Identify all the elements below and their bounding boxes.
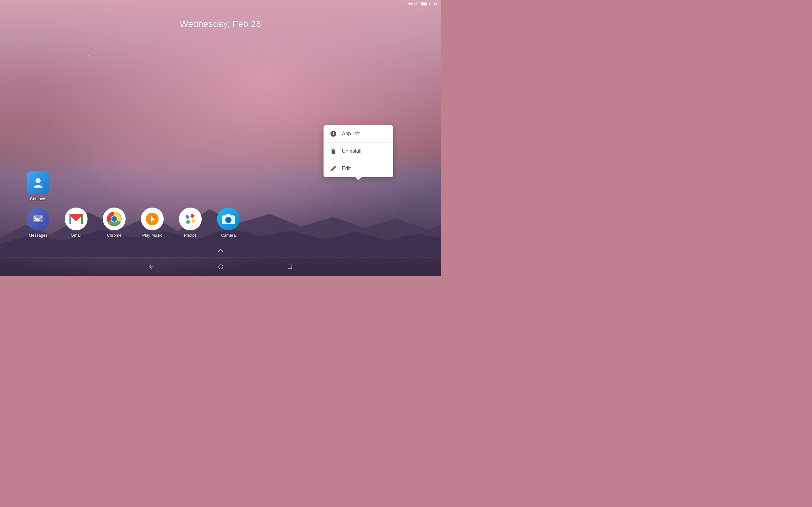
chrome-label: Chrome	[107, 233, 121, 238]
svg-point-27	[232, 216, 234, 218]
chrome-icon	[103, 208, 125, 230]
contacts-label: Contacts	[30, 196, 46, 201]
sparkle	[331, 83, 332, 83]
svg-point-21	[189, 217, 192, 221]
app-row-top: Contacts	[26, 171, 51, 201]
wifi-icon	[408, 2, 413, 6]
camera-icon	[217, 208, 240, 230]
back-button[interactable]	[148, 264, 154, 270]
sparkle	[88, 55, 89, 56]
messages-icon	[27, 208, 49, 230]
battery-icon	[421, 2, 427, 6]
lte-icon: LTE	[414, 2, 420, 6]
svg-rect-7	[35, 218, 41, 218]
status-bar: LTE 8:00	[0, 0, 441, 8]
svg-marker-11	[69, 214, 83, 221]
play-music-label: Play Music	[142, 233, 162, 238]
app-contacts[interactable]: Contacts	[26, 171, 51, 201]
svg-point-19	[153, 216, 156, 219]
recents-button[interactable]	[287, 264, 293, 270]
photos-label: Photos	[184, 233, 197, 238]
gmail-label: Gmail	[71, 233, 82, 238]
app-chrome[interactable]: Chrome	[101, 208, 127, 238]
svg-point-3	[36, 178, 41, 183]
sparkle	[44, 42, 45, 43]
svg-rect-2	[421, 3, 426, 5]
svg-rect-6	[34, 220, 40, 221]
camera-label: Camera	[221, 233, 236, 238]
svg-rect-10	[81, 215, 83, 224]
svg-point-25	[227, 219, 230, 221]
app-camera[interactable]: Camera	[216, 208, 241, 238]
edit-icon	[330, 165, 337, 172]
svg-rect-29	[288, 265, 292, 269]
uninstall-label: Uninstall	[342, 148, 361, 154]
sparkle	[199, 110, 199, 111]
context-menu-edit[interactable]: Edit	[323, 160, 393, 177]
app-row-bottom: Messages Gmail	[26, 208, 241, 238]
info-icon	[330, 130, 337, 137]
app-photos[interactable]: Photos	[177, 208, 203, 238]
app-messages[interactable]: Messages	[26, 208, 51, 238]
nav-bar	[0, 258, 441, 276]
svg-point-28	[218, 265, 223, 269]
app-gmail[interactable]: Gmail	[63, 208, 89, 238]
clock-display: 8:00	[429, 2, 437, 6]
svg-rect-9	[69, 215, 71, 224]
edit-label: Edit	[342, 166, 351, 171]
svg-point-15	[112, 216, 117, 222]
svg-rect-1	[426, 3, 427, 4]
context-menu-app-info[interactable]: App info	[323, 125, 393, 143]
gmail-icon	[65, 208, 88, 230]
home-button[interactable]	[218, 264, 223, 270]
svg-rect-8	[35, 219, 39, 220]
app-play-music[interactable]: Play Music	[140, 208, 165, 238]
trash-icon	[330, 148, 337, 155]
date-display: Wednesday, Feb 28	[0, 19, 441, 29]
sparkle	[397, 50, 398, 51]
app-info-label: App info	[342, 131, 361, 136]
contacts-icon	[27, 171, 49, 194]
context-menu-uninstall[interactable]: Uninstall	[323, 143, 393, 160]
play-music-icon	[141, 208, 164, 230]
context-menu: App info Uninstall Edit	[323, 125, 393, 177]
photos-icon	[179, 208, 202, 230]
app-drawer-handle[interactable]	[217, 248, 224, 255]
desktop-apps: Contacts Messages	[0, 171, 441, 244]
messages-label: Messages	[29, 233, 47, 238]
svg-rect-26	[226, 214, 231, 216]
sparkle	[154, 69, 155, 70]
